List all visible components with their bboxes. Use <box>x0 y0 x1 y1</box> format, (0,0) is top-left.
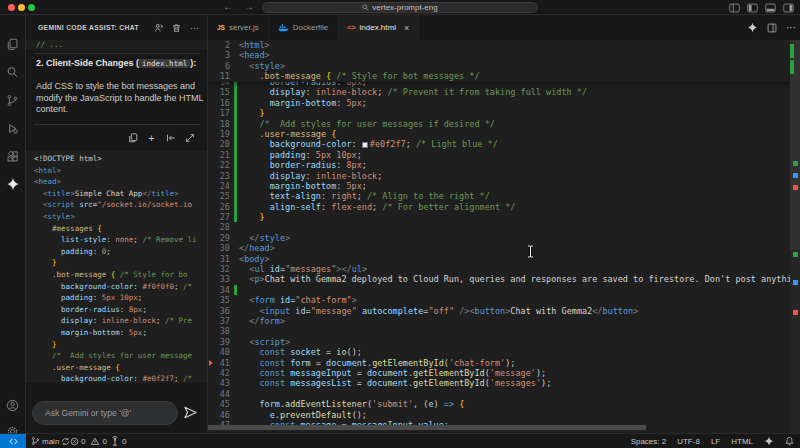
overview-ruler-mark <box>793 310 798 315</box>
docker-whale-icon <box>278 23 289 32</box>
code-line: <!DOCTYPE html> <box>34 153 207 165</box>
toggle-primary-sidebar-icon[interactable] <box>747 3 760 13</box>
gemini-chat-panel: GEMINI CODE ASSIST: CHAT ··· // ... 2. C… <box>26 15 208 433</box>
code-line: 40 const socket = io(); <box>208 347 800 357</box>
horizontal-scrollbar-thumb[interactable] <box>208 425 646 430</box>
close-window-button[interactable] <box>8 4 15 11</box>
code-line: border-radius: 8px; <box>34 304 207 316</box>
send-icon[interactable] <box>183 405 199 421</box>
chat-panel-header: GEMINI CODE ASSIST: CHAT ··· <box>26 15 207 40</box>
gemini-input-field[interactable] <box>33 408 177 418</box>
code-line: 41 const form = document.getElementById(… <box>208 358 800 368</box>
account-icon[interactable] <box>0 391 25 419</box>
chat-message-heading: 2. Client-Side Changes (index.html): <box>36 57 202 70</box>
expand-code-icon[interactable] <box>184 133 195 144</box>
search-sidebar-icon[interactable] <box>0 58 25 86</box>
customize-layout-icon[interactable] <box>729 3 742 13</box>
code-editor[interactable]: 14 border-radius: 8px;15 display: inline… <box>208 40 800 433</box>
code-line: 45 form.addEventListener('submit', (e) =… <box>208 399 800 409</box>
sticky-scroll[interactable]: 2<html>3<head>6 <style>11 .bot-message {… <box>208 40 800 82</box>
status-bar: main 0 0 0 Spaces: 2 UTF-8 LF HTML <box>0 433 800 448</box>
toggle-secondary-sidebar-icon[interactable] <box>783 3 796 13</box>
overview-ruler-mark <box>793 185 798 190</box>
code-line: .bot-message { /* Style for bo <box>34 269 207 281</box>
code-line: padding: 0; <box>34 246 207 258</box>
filename-chip: index.html <box>139 59 190 68</box>
close-tab-icon[interactable]: × <box>404 23 409 33</box>
copilot-sparkle-icon[interactable] <box>764 436 774 446</box>
navigate-forward-button[interactable]: → <box>244 0 254 15</box>
title-bar: ← → vertex-prompt-eng <box>0 0 800 15</box>
copy-code-icon[interactable] <box>127 133 138 144</box>
gemini-input-box[interactable] <box>32 401 178 425</box>
code-line: 42 const messageInput = document.getElem… <box>208 368 800 378</box>
remote-indicator[interactable] <box>0 434 26 448</box>
ports-status[interactable]: 0 <box>110 434 126 448</box>
code-line: list-style: none; /* Remove li <box>34 234 207 246</box>
split-editor-icon[interactable] <box>767 23 777 33</box>
tab-index-html[interactable]: <> index.html × <box>338 15 419 40</box>
minimize-window-button[interactable] <box>18 4 25 11</box>
code-line: 24 margin-bottom: 5px; <box>208 181 800 191</box>
horizontal-scrollbar[interactable] <box>208 424 800 431</box>
more-editor-actions-icon[interactable]: ··· <box>786 22 796 33</box>
editor-group: JS server.js Dockerfile <> index.html × … <box>208 15 800 433</box>
add-to-file-icon[interactable]: + <box>146 133 157 144</box>
overview-ruler-mark <box>793 173 798 178</box>
overview-ruler-mark <box>793 161 798 166</box>
code-line: 27 } <box>208 212 800 222</box>
overview-ruler[interactable] <box>790 40 800 433</box>
more-actions-icon[interactable]: ··· <box>189 22 200 33</box>
extensions-icon[interactable] <box>0 142 25 170</box>
overview-ruler-mark <box>790 44 794 58</box>
mouse-ibeam-cursor <box>527 245 534 258</box>
tab-dockerfile[interactable]: Dockerfile <box>269 15 339 40</box>
feedback-icon[interactable] <box>153 22 164 33</box>
git-branch-status[interactable]: main <box>31 434 70 448</box>
maximize-window-button[interactable] <box>28 4 35 11</box>
code-line: } <box>34 257 207 269</box>
problems-status[interactable]: 0 0 <box>70 434 107 448</box>
explorer-icon[interactable] <box>0 30 25 58</box>
eol-status[interactable]: LF <box>711 437 720 446</box>
code-line: <title>Simple Chat App</title> <box>34 188 207 200</box>
code-line: 26 align-self: flex-end; /* For better a… <box>208 202 800 212</box>
code-line: background-color: #f0f0f0; /* <box>34 281 207 293</box>
code-line: 3<head> <box>208 50 800 60</box>
scrolled-code-remnant: // ... <box>26 40 208 49</box>
encoding-status[interactable]: UTF-8 <box>677 437 700 446</box>
chat-panel-title: GEMINI CODE ASSIST: CHAT <box>38 24 153 31</box>
code-line: 28 <box>208 222 800 232</box>
command-center-search[interactable]: vertex-prompt-eng <box>262 2 538 13</box>
overview-ruler-mark <box>790 60 794 74</box>
gemini-editor-action-icon[interactable] <box>747 22 758 33</box>
indentation-status[interactable]: Spaces: 2 <box>631 437 667 446</box>
activity-bar <box>0 15 26 433</box>
ports-count: 0 <box>122 437 126 446</box>
code-block-toolbar: + <box>127 130 195 146</box>
error-count: 0 <box>81 437 85 446</box>
tab-server-js[interactable]: JS server.js <box>208 15 269 40</box>
notifications-bell-icon[interactable] <box>785 436 794 446</box>
delete-chat-icon[interactable] <box>171 22 182 33</box>
toggle-panel-icon[interactable] <box>765 3 778 13</box>
code-line: #messages { <box>34 223 207 235</box>
run-and-debug-icon[interactable] <box>0 114 25 142</box>
source-control-icon[interactable] <box>0 86 25 114</box>
divider <box>34 124 200 125</box>
insert-at-cursor-icon[interactable] <box>165 133 176 144</box>
code-line: 33 <p>Chat with Gemma2 deployed to Cloud… <box>208 274 800 284</box>
code-line: 36 <input id="message" autocomplete="off… <box>208 306 800 316</box>
code-line: 35 <form id="chat-form"> <box>208 295 800 305</box>
code-line: 32 <ul id="messages"></ul> <box>208 264 800 274</box>
code-line: 11 .bot-message { /* Style for bot messa… <box>208 71 800 81</box>
code-line: 21 padding: 5px 10px; <box>208 150 800 160</box>
navigate-back-button[interactable]: ← <box>223 0 233 15</box>
code-line: <html> <box>34 165 207 177</box>
vscode-window: ← → vertex-prompt-eng GEMINI CODE ASSIST… <box>0 0 800 448</box>
chat-message-body: Add CSS to style the bot messages and mo… <box>36 81 204 116</box>
gemini-sparkle-icon[interactable] <box>0 170 25 198</box>
language-mode-status[interactable]: HTML <box>731 437 753 446</box>
code-line: margin-bottom: 5px; <box>34 327 207 339</box>
code-line: 15 display: inline-block; /* Prevent it … <box>208 87 800 97</box>
